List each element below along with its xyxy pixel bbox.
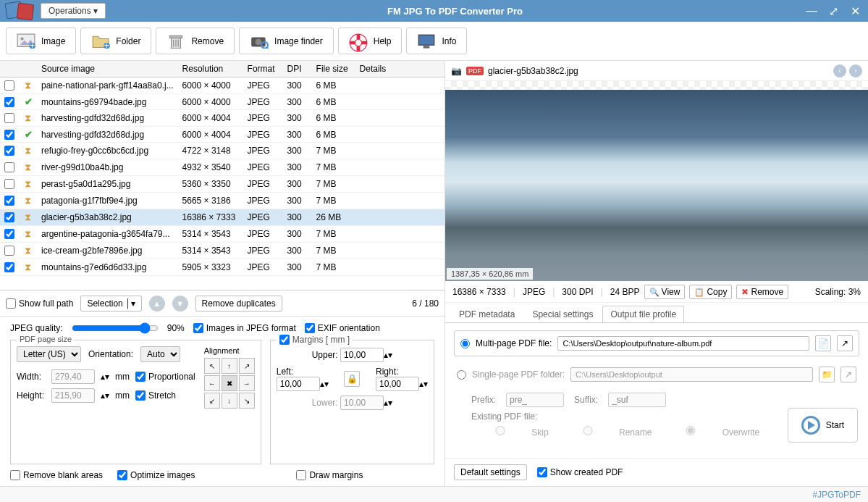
hashtag-link[interactable]: #JPGToPDF <box>812 490 861 500</box>
copy-button[interactable]: 📋 Copy <box>689 285 732 299</box>
tab-output-profile[interactable]: Output file profile <box>602 306 684 322</box>
help-button[interactable]: Help <box>338 28 403 54</box>
single-page-path[interactable] <box>570 367 813 382</box>
width-input[interactable] <box>51 369 95 384</box>
row-checkbox[interactable] <box>4 246 14 256</box>
align-c[interactable]: ✖ <box>222 375 237 391</box>
remove-blank-checkbox[interactable]: Remove blank areas <box>10 470 103 480</box>
browse-folder-icon[interactable]: 📁 <box>819 367 835 382</box>
orientation-select[interactable]: Auto <box>140 346 180 362</box>
images-in-jpeg-checkbox[interactable]: Images in JPEG format <box>193 323 296 333</box>
save-pdf-icon[interactable]: 📄 <box>815 335 831 351</box>
add-image-button[interactable]: +Image <box>6 28 76 54</box>
margin-left[interactable] <box>277 377 320 391</box>
margin-upper[interactable] <box>340 348 384 362</box>
multi-page-radio[interactable] <box>460 339 470 348</box>
proportional-checkbox[interactable]: Proportional <box>135 372 195 382</box>
row-checkbox[interactable] <box>4 80 14 91</box>
table-row[interactable]: ⧗ river-g99d10ba4b.jpg 4932 × 3540 JPEG … <box>0 159 444 176</box>
preview-canvas[interactable]: 1387,35 × 620,86 mm <box>445 81 868 281</box>
table-row[interactable]: ⧗ refugio-frey-g0cc6bc6cd.jpg 4722 × 314… <box>0 143 444 159</box>
move-down-button[interactable]: ▼ <box>172 296 188 311</box>
tab-special-settings[interactable]: Special settings <box>524 306 601 322</box>
margins-checkbox[interactable]: Margins [ mm ] <box>279 335 350 345</box>
show-created-pdf-checkbox[interactable]: Show created PDF <box>537 467 623 477</box>
optimize-images-checkbox[interactable]: Optimize images <box>117 470 195 480</box>
start-button[interactable]: Start <box>788 408 858 443</box>
row-checkbox[interactable] <box>4 262 14 272</box>
show-full-path-checkbox[interactable]: Show full path <box>6 298 73 309</box>
add-folder-button[interactable]: +Folder <box>80 28 151 54</box>
table-row[interactable]: ⧗ harvesting-gdfd32d68d.jpg 6000 × 4004 … <box>0 110 444 127</box>
align-mr[interactable]: → <box>239 375 255 391</box>
operations-menu[interactable]: Operations ▾ <box>41 3 106 19</box>
file-table[interactable]: Source image Resolution Format DPI File … <box>0 61 444 290</box>
table-row[interactable]: ✔ mountains-g69794bade.jpg 6000 × 4000 J… <box>0 94 444 110</box>
margin-right[interactable] <box>376 377 419 391</box>
col-source[interactable]: Source image <box>37 61 178 78</box>
table-row[interactable]: ⧗ paine-national-park-gff14aa8a0.j... 60… <box>0 78 444 94</box>
align-bl[interactable]: ↙ <box>204 393 220 409</box>
row-checkbox[interactable] <box>4 97 14 107</box>
exif-orientation-checkbox[interactable]: EXIF orientation <box>305 323 380 333</box>
row-checkbox[interactable] <box>4 229 14 239</box>
row-checkbox[interactable] <box>4 162 14 172</box>
align-ml[interactable]: ← <box>204 375 220 391</box>
close-button[interactable]: ✕ <box>848 4 862 18</box>
single-page-radio[interactable] <box>457 370 466 380</box>
row-checkbox[interactable] <box>4 179 14 189</box>
selection-dropdown[interactable]: Selection │▾ <box>80 296 141 311</box>
height-input[interactable] <box>51 388 95 403</box>
skip-radio[interactable] <box>471 426 529 435</box>
align-bc[interactable]: ↓ <box>222 393 237 409</box>
row-checkbox[interactable] <box>4 113 14 123</box>
align-tl[interactable]: ↖ <box>204 358 220 374</box>
row-checkbox[interactable] <box>4 212 14 222</box>
col-filesize[interactable]: File size <box>312 61 355 78</box>
align-tr[interactable]: ↗ <box>239 358 255 374</box>
align-br[interactable]: ↘ <box>239 393 255 409</box>
move-up-button[interactable]: ▲ <box>149 296 165 311</box>
margin-lower[interactable] <box>340 396 384 410</box>
minimize-button[interactable]: — <box>804 4 819 18</box>
row-checkbox[interactable] <box>4 130 14 140</box>
open-folder-icon[interactable]: ↗ <box>837 335 853 351</box>
col-dpi[interactable]: DPI <box>283 61 312 78</box>
table-row[interactable]: ⧗ perast-g5a0d1a295.jpg 5360 × 3350 JPEG… <box>0 176 444 193</box>
table-row[interactable]: ⧗ patagonia-g1f7fbf9e4.jpg 5665 × 3186 J… <box>0 193 444 209</box>
table-row[interactable]: ⧗ argentine-patagonia-g3654fa79... 5314 … <box>0 226 444 243</box>
stretch-checkbox[interactable]: Stretch <box>135 390 176 401</box>
row-checkbox[interactable] <box>4 146 14 156</box>
draw-margins-checkbox[interactable]: Draw margins <box>296 470 363 480</box>
paper-size-select[interactable]: Letter (US) <box>17 346 81 362</box>
tab-pdf-metadata[interactable]: PDF metadata <box>451 306 523 322</box>
table-row[interactable]: ⧗ ice-cream-g2bfe7896e.jpg 5314 × 3543 J… <box>0 243 444 259</box>
lock-margins-button[interactable]: 🔒 <box>344 371 360 387</box>
next-image-button[interactable]: › <box>849 64 862 78</box>
default-settings-button[interactable]: Default settings <box>454 464 527 480</box>
svg-rect-18 <box>419 35 435 45</box>
multi-page-path[interactable] <box>557 336 809 351</box>
table-row[interactable]: ⧗ mountains-g7ed6d6d33.jpg 5905 × 3323 J… <box>0 259 444 276</box>
maximize-button[interactable]: ⤢ <box>826 4 840 18</box>
overwrite-radio[interactable] <box>662 426 720 435</box>
row-checkbox[interactable] <box>4 196 14 206</box>
prefix-input[interactable] <box>506 393 564 407</box>
image-finder-button[interactable]: Image finder <box>239 28 334 54</box>
align-tc[interactable]: ↑ <box>222 358 237 374</box>
info-button[interactable]: Info <box>406 28 467 54</box>
col-details[interactable]: Details <box>355 61 444 78</box>
col-resolution[interactable]: Resolution <box>178 61 243 78</box>
rename-radio[interactable] <box>559 426 617 435</box>
remove-button[interactable]: Remove <box>156 28 235 54</box>
remove-preview-button[interactable]: ✖ Remove <box>736 285 788 299</box>
table-row[interactable]: ✔ harvesting-gdfd32d68d.jpg 6000 × 4004 … <box>0 127 444 143</box>
suffix-input[interactable] <box>608 393 666 407</box>
view-button[interactable]: 🔍 View <box>644 285 686 299</box>
open-folder-icon-2[interactable]: ↗ <box>840 367 856 382</box>
prev-image-button[interactable]: ‹ <box>833 64 846 78</box>
col-format[interactable]: Format <box>243 61 283 78</box>
jpeg-quality-slider[interactable] <box>72 322 159 334</box>
table-row[interactable]: ⧗ glacier-g5b3ab38c2.jpg 16386 × 7333 JP… <box>0 209 444 226</box>
remove-duplicates-button[interactable]: Remove duplicates <box>195 296 282 311</box>
